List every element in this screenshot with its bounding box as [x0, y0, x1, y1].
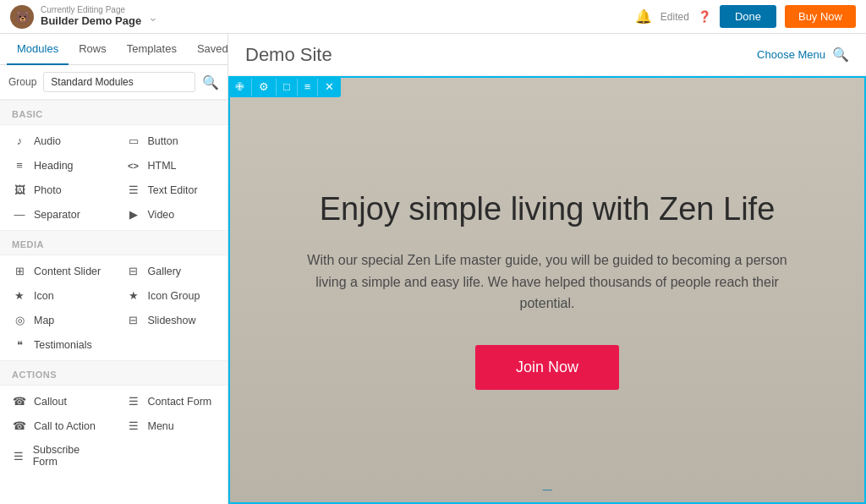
sidebar: Modules Rows Templates Saved Group Stand…	[0, 34, 228, 504]
module-gallery-label: Gallery	[148, 266, 182, 277]
module-audio[interactable]: ♪ Audio	[0, 129, 114, 153]
toolbar-settings-btn[interactable]: ⚙	[252, 76, 276, 97]
slideshow-icon: ⊟	[126, 314, 141, 326]
top-bar-right: 🔔 Edited ❓ Done Buy Now	[635, 5, 856, 28]
text-editor-icon: ☰	[126, 184, 141, 196]
bell-icon[interactable]: 🔔	[635, 8, 652, 25]
tab-saved[interactable]: Saved	[187, 34, 228, 65]
toolbar-duplicate-btn[interactable]: □	[277, 76, 297, 97]
module-audio-label: Audio	[34, 135, 61, 147]
module-content-slider-label: Content Slider	[34, 266, 101, 277]
module-video-label: Video	[148, 209, 175, 221]
module-separator-label: Separator	[34, 209, 80, 221]
search-row: Group Standard Modules 🔍	[0, 65, 227, 100]
chevron-down-icon[interactable]: ⌄	[148, 10, 158, 24]
subscribe-form-icon: ☰	[12, 450, 26, 463]
module-html-label: HTML	[148, 160, 177, 172]
hero-subtitle: With our special Zen Life master guide, …	[302, 249, 792, 315]
toolbar-columns-btn[interactable]: ≡	[298, 76, 318, 97]
module-map-label: Map	[34, 315, 54, 326]
module-button[interactable]: ▭ Button	[114, 129, 228, 153]
icon-module-icon: ★	[12, 289, 27, 302]
demo-search-icon[interactable]: 🔍	[832, 47, 849, 63]
html-icon: <>	[126, 161, 141, 171]
module-callout[interactable]: ☎ Callout	[0, 389, 114, 414]
module-video[interactable]: ▶ Video	[114, 202, 228, 227]
section-toolbar: ✙ ⚙ □ ≡ ✕	[228, 76, 341, 97]
photo-icon: 🖼	[12, 184, 27, 196]
button-icon: ▭	[126, 134, 141, 147]
page-label: Currently Editing Page	[41, 6, 141, 14]
module-icon-label: Icon	[34, 290, 54, 302]
module-menu[interactable]: ☰ Menu	[114, 414, 228, 438]
module-button-label: Button	[148, 135, 178, 147]
callout-icon: ☎	[12, 395, 27, 408]
gallery-icon: ⊟	[126, 265, 141, 277]
section-media: Media	[0, 230, 227, 255]
hero-title: Enjoy simple living with Zen Life	[320, 190, 776, 229]
module-testimonials-label: Testimonials	[34, 339, 92, 351]
audio-icon: ♪	[12, 134, 27, 147]
sidebar-tabs: Modules Rows Templates Saved	[0, 34, 227, 65]
choose-menu-link[interactable]: Choose Menu	[757, 48, 825, 61]
join-now-button[interactable]: Join Now	[475, 345, 619, 390]
module-gallery[interactable]: ⊟ Gallery	[114, 259, 228, 283]
basic-modules-grid: ♪ Audio ▭ Button ≡ Heading <> HTML 🖼	[0, 125, 227, 230]
module-contact-form-label: Contact Form	[148, 396, 212, 408]
module-text-editor[interactable]: ☰ Text Editor	[114, 178, 228, 202]
module-text-editor-label: Text Editor	[148, 184, 198, 196]
map-icon: ◎	[12, 314, 27, 326]
menu-module-icon: ☰	[126, 419, 141, 432]
main-layout: Modules Rows Templates Saved Group Stand…	[0, 34, 866, 504]
module-slideshow-label: Slideshow	[148, 315, 196, 326]
toolbar-delete-btn[interactable]: ✕	[318, 76, 341, 97]
toolbar-move-btn[interactable]: ✙	[228, 76, 251, 97]
modules-list: Basic ♪ Audio ▭ Button ≡ Heading <> HTML	[0, 100, 227, 504]
edited-label: Edited	[660, 11, 689, 23]
content-slider-icon: ⊞	[12, 265, 27, 277]
media-modules-grid: ⊞ Content Slider ⊟ Gallery ★ Icon ★ Icon…	[0, 255, 227, 360]
section-actions: Actions	[0, 360, 227, 386]
section-basic: Basic	[0, 100, 227, 125]
content-area: Demo Site Choose Menu 🔍 ✙ ⚙ □ ≡ ✕ Enjoy …	[228, 34, 866, 504]
module-content-slider[interactable]: ⊞ Content Slider	[0, 259, 114, 283]
resize-handle[interactable]: ⸻	[542, 484, 552, 496]
avatar: 🐻	[10, 5, 34, 29]
module-testimonials[interactable]: ❝ Testimonials	[0, 332, 114, 357]
group-select[interactable]: Standard Modules	[43, 72, 195, 92]
tab-modules[interactable]: Modules	[7, 34, 69, 65]
module-subscribe-form[interactable]: ☰ Subscribe Form	[0, 438, 114, 474]
module-separator[interactable]: — Separator	[0, 202, 114, 227]
buy-now-button[interactable]: Buy Now	[785, 5, 856, 28]
heading-icon: ≡	[12, 159, 27, 172]
demo-site-title: Demo Site	[245, 44, 332, 66]
module-map[interactable]: ◎ Map	[0, 308, 114, 332]
done-button[interactable]: Done	[720, 5, 776, 28]
icon-group-icon: ★	[126, 289, 141, 302]
page-name: Builder Demo Page	[41, 14, 141, 27]
tab-templates[interactable]: Templates	[117, 34, 187, 65]
page-info: Currently Editing Page Builder Demo Page	[41, 6, 141, 27]
module-html[interactable]: <> HTML	[114, 153, 228, 178]
demo-header-right: Choose Menu 🔍	[757, 47, 849, 63]
module-heading[interactable]: ≡ Heading	[0, 153, 114, 178]
module-contact-form[interactable]: ☰ Contact Form	[114, 389, 228, 414]
testimonials-icon: ❝	[12, 338, 27, 351]
module-menu-label: Menu	[148, 420, 174, 432]
module-photo[interactable]: 🖼 Photo	[0, 178, 114, 202]
module-icon[interactable]: ★ Icon	[0, 283, 114, 308]
module-call-to-action[interactable]: ☎ Call to Action	[0, 414, 114, 438]
video-icon: ▶	[126, 208, 141, 221]
module-icon-group-label: Icon Group	[148, 290, 200, 302]
hero-section: Enjoy simple living with Zen Life With o…	[228, 76, 866, 504]
tab-rows[interactable]: Rows	[69, 34, 117, 65]
module-photo-label: Photo	[34, 184, 62, 196]
search-icon[interactable]: 🔍	[202, 74, 219, 90]
group-label: Group	[8, 76, 36, 88]
module-callout-label: Callout	[34, 396, 67, 408]
help-icon[interactable]: ❓	[698, 10, 711, 23]
call-to-action-icon: ☎	[12, 419, 27, 432]
module-slideshow[interactable]: ⊟ Slideshow	[114, 308, 228, 332]
actions-modules-grid: ☎ Callout ☰ Contact Form ☎ Call to Actio…	[0, 386, 227, 477]
module-icon-group[interactable]: ★ Icon Group	[114, 283, 228, 308]
